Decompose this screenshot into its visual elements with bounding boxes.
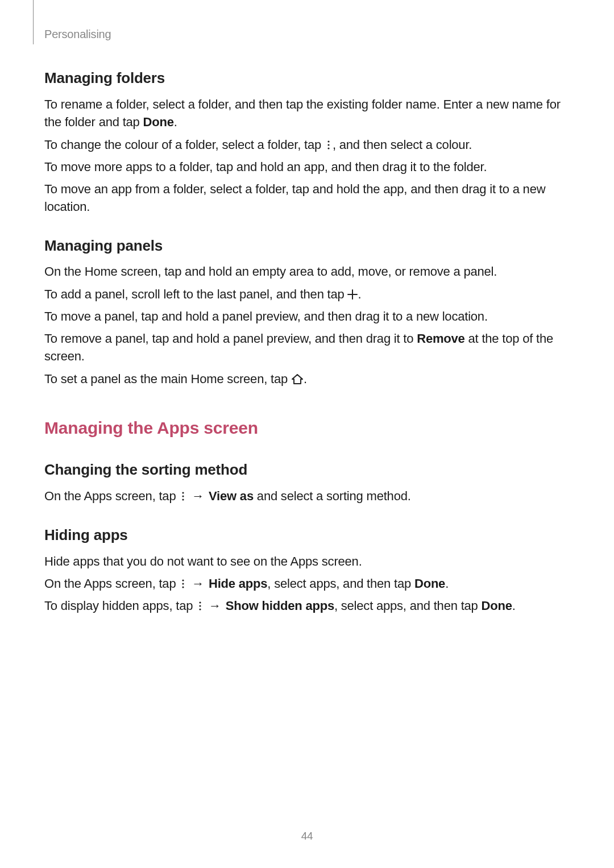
arrow-icon: → (190, 487, 205, 505)
body-text: To move an app from a folder, select a f… (44, 180, 570, 215)
text: To change the colour of a folder, select… (44, 138, 325, 152)
home-icon (291, 371, 304, 381)
done-label: Done (414, 576, 445, 591)
text: , select apps, and then tap (267, 576, 414, 591)
svg-point-6 (182, 579, 184, 581)
svg-point-1 (327, 144, 329, 146)
heading-managing-panels: Managing panels (44, 235, 570, 256)
text: and select a sorting method. (254, 489, 411, 503)
heading-changing-sorting-method: Changing the sorting method (44, 459, 570, 480)
text: On the Apps screen, tap (44, 489, 179, 503)
plus-icon (347, 286, 358, 297)
breadcrumb: Personalising (44, 28, 111, 40)
more-options-icon (179, 576, 187, 586)
body-text: On the Apps screen, tap → View as and se… (44, 487, 570, 505)
arrow-icon: → (190, 575, 205, 592)
header-rule (33, 0, 34, 44)
text: To display hidden apps, tap (44, 599, 196, 613)
page: Personalising Managing folders To rename… (0, 0, 614, 868)
body-text: To remove a panel, tap and hold a panel … (44, 330, 570, 365)
done-label: Done (482, 599, 512, 613)
svg-point-8 (182, 586, 184, 588)
text: To set a panel as the main Home screen, … (44, 372, 291, 386)
view-as-label: View as (209, 489, 254, 503)
body-text: To set a panel as the main Home screen, … (44, 370, 570, 388)
more-options-icon (196, 598, 204, 608)
more-options-icon (325, 137, 333, 147)
text: . (304, 372, 307, 386)
svg-point-0 (327, 140, 329, 142)
text: . (445, 576, 449, 591)
svg-point-9 (200, 601, 201, 603)
svg-point-10 (200, 605, 201, 607)
arrow-icon: → (208, 597, 222, 614)
body-text: Hide apps that you do not want to see on… (44, 553, 570, 570)
svg-point-5 (182, 499, 184, 501)
text: , select apps, and then tap (334, 599, 482, 613)
text: To add a panel, scroll left to the last … (44, 287, 347, 301)
body-text: On the Apps screen, tap → Hide apps, sel… (44, 575, 570, 592)
svg-point-4 (182, 496, 184, 497)
more-options-icon (179, 488, 187, 499)
text: . (512, 599, 516, 613)
heading-hiding-apps: Hiding apps (44, 525, 570, 546)
done-label: Done (143, 115, 174, 129)
page-header: Personalising (44, 25, 570, 43)
text: . (358, 287, 361, 301)
body-text: To move more apps to a folder, tap and h… (44, 158, 570, 176)
svg-point-2 (327, 147, 329, 149)
heading-managing-folders: Managing folders (44, 68, 570, 89)
svg-point-3 (182, 492, 184, 494)
heading-managing-apps-screen: Managing the Apps screen (44, 416, 570, 441)
body-text: To change the colour of a folder, select… (44, 136, 570, 153)
body-text: To move a panel, tap and hold a panel pr… (44, 308, 570, 325)
hide-apps-label: Hide apps (209, 576, 267, 591)
text: On the Apps screen, tap (44, 576, 179, 591)
show-hidden-apps-label: Show hidden apps (226, 599, 334, 613)
body-text: To display hidden apps, tap → Show hidde… (44, 597, 570, 614)
text: . (174, 115, 177, 129)
text: , and then select a colour. (333, 138, 472, 152)
body-text: To add a panel, scroll left to the last … (44, 285, 570, 303)
svg-point-7 (182, 583, 184, 584)
body-text: To rename a folder, select a folder, and… (44, 95, 570, 131)
text: To rename a folder, select a folder, and… (44, 97, 561, 129)
page-number: 44 (0, 829, 614, 844)
remove-label: Remove (417, 331, 464, 346)
body-text: On the Home screen, tap and hold an empt… (44, 263, 570, 280)
svg-point-11 (200, 608, 201, 610)
text: To remove a panel, tap and hold a panel … (44, 331, 417, 346)
